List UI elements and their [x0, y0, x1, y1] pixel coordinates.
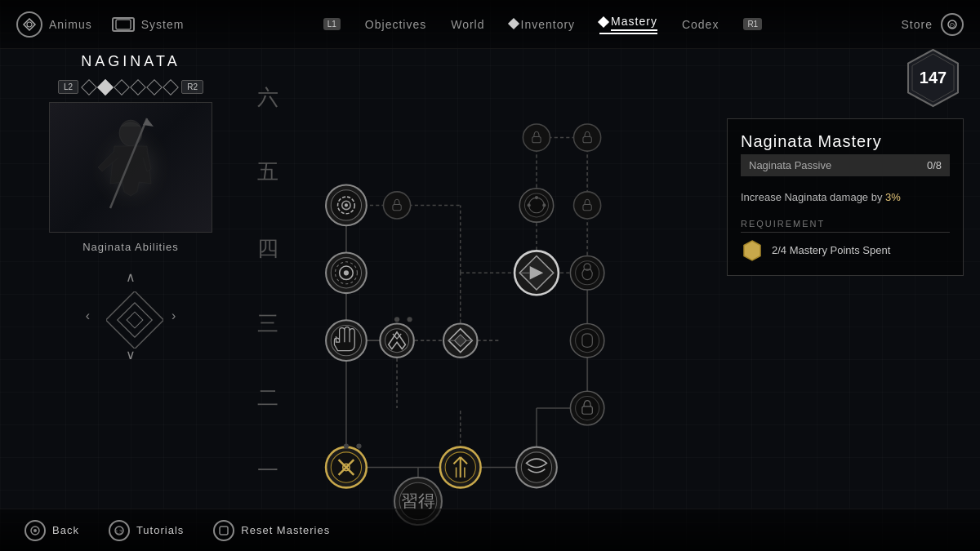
svg-point-95	[574, 192, 601, 219]
svg-point-58	[576, 397, 599, 420]
rank-diamond-4	[130, 79, 146, 96]
svg-rect-11	[127, 312, 143, 328]
tier4-node-2[interactable]	[514, 251, 559, 295]
nav-arrows: ∧ ‹ › ∨	[16, 269, 245, 362]
system-icon	[112, 17, 135, 32]
svg-rect-112	[220, 527, 228, 535]
svg-point-92	[535, 196, 538, 199]
tier4-node-3[interactable]	[570, 256, 604, 290]
reset-button[interactable]: Reset Masteries	[213, 520, 330, 541]
weapon-portrait	[49, 102, 212, 233]
tier5-node-3[interactable]	[519, 189, 553, 222]
r2-button[interactable]: R2	[181, 80, 203, 94]
svg-text:⊙: ⊙	[949, 21, 956, 29]
requirement-row: 2/4 Mastery Points Spent	[741, 239, 950, 262]
weapon-rank-bar: L2 R2	[16, 80, 245, 94]
warrior-silhouette-svg	[65, 110, 196, 224]
skill-name: Naginata Mastery	[741, 132, 950, 151]
animus-nav-item[interactable]: Animus	[16, 11, 92, 38]
tutorials-label: Tutorials	[136, 524, 184, 536]
svg-point-70	[576, 329, 599, 353]
svg-text:習得: 習得	[401, 492, 435, 510]
svg-point-109	[33, 529, 37, 532]
nav-center-group: L1 Objectives World Inventory Mastery Co…	[323, 15, 762, 34]
nav-left-arrow[interactable]: ‹	[86, 309, 90, 323]
nav-right-group: Store ⊙	[902, 13, 964, 36]
codex-nav-item[interactable]: Codex	[682, 18, 719, 31]
bottom-bar: Back L3 Tutorials Reset Masteries	[0, 509, 980, 551]
tier3-node-3[interactable]	[443, 323, 477, 357]
mastery-points-badge: 147	[898, 53, 964, 102]
reset-label: Reset Masteries	[241, 524, 330, 536]
world-nav-item[interactable]: World	[451, 18, 484, 31]
svg-point-1	[27, 22, 32, 27]
tier1-node-2[interactable]	[440, 447, 481, 488]
l2-button[interactable]: L2	[58, 80, 78, 94]
tutorials-icon: L3	[109, 520, 130, 541]
tier5-node-1[interactable]	[326, 185, 367, 226]
requirement-title: REQUIREMENT	[741, 219, 950, 233]
mastery-nav-wrapper[interactable]: Mastery	[599, 15, 657, 34]
skill-tree-panel: 六 五 四 三 二 一	[253, 53, 702, 527]
svg-marker-107	[744, 241, 760, 260]
tier2-node-1[interactable]	[570, 391, 604, 424]
svg-point-97	[523, 124, 550, 151]
tier-label-2: 二	[257, 361, 278, 434]
tier3-node-1[interactable]	[326, 320, 367, 361]
svg-point-103	[408, 317, 412, 322]
svg-rect-10	[118, 303, 152, 337]
tier5-node-4[interactable]	[574, 192, 601, 219]
mastery-nav-item[interactable]: Mastery	[611, 15, 657, 31]
mastery-diamond-icon	[598, 16, 609, 27]
scroll-up-arrow[interactable]: ∧	[126, 269, 136, 285]
reset-icon	[213, 520, 234, 541]
nav-left-group: Animus System	[16, 11, 184, 38]
tier6-node-2[interactable]	[574, 124, 601, 151]
svg-point-93	[542, 203, 546, 207]
tier-labels: 六 五 四 三 二 一	[257, 61, 278, 506]
tier6-node-1[interactable]	[523, 124, 550, 151]
skill-tree-svg: 習得	[286, 53, 694, 527]
requirement-hex-icon	[741, 239, 764, 262]
skill-description: Increase Naginata damage by 3%	[741, 189, 950, 206]
tier1-node-1[interactable]	[326, 447, 367, 488]
top-navigation: Animus System L1 Objectives World Invent…	[0, 0, 980, 49]
skill-desc-text: Increase Naginata damage by	[741, 191, 885, 203]
inventory-nav-item[interactable]: Inventory	[521, 18, 576, 31]
skill-sub-value: 0/8	[927, 159, 942, 171]
scroll-down-arrow[interactable]: ∨	[126, 347, 136, 362]
nav-horizontal-row: ‹ ›	[86, 291, 176, 340]
tier-label-5: 五	[257, 133, 278, 211]
skill-info-box: Naginata Mastery Naginata Passive 0/8 In…	[727, 118, 964, 276]
objectives-nav-item[interactable]: Objectives	[365, 18, 426, 31]
tier3-node-2[interactable]	[380, 323, 413, 357]
rank-diamond-5	[146, 79, 163, 96]
nav-right-arrow[interactable]: ›	[172, 309, 176, 323]
rank-diamond-3	[114, 79, 130, 96]
tier3-node-4[interactable]	[570, 323, 604, 357]
tier1-node-3[interactable]	[516, 447, 557, 488]
svg-point-104	[394, 317, 399, 322]
tier5-node-2[interactable]	[384, 192, 411, 219]
svg-text:L3: L3	[116, 529, 122, 535]
skill-sub-label: Naginata Passive	[749, 159, 831, 171]
system-nav-item[interactable]: System	[112, 17, 185, 32]
tutorials-button[interactable]: L3 Tutorials	[109, 520, 184, 541]
svg-point-102	[356, 444, 361, 449]
svg-point-94	[528, 203, 531, 207]
svg-marker-0	[24, 19, 35, 30]
svg-point-87	[384, 192, 411, 219]
svg-rect-9	[106, 291, 163, 349]
rank-diamond-1	[81, 79, 97, 96]
back-button[interactable]: Back	[24, 520, 79, 541]
right-panel: 147 Naginata Mastery Naginata Passive 0/…	[727, 53, 964, 276]
svg-point-101	[344, 444, 349, 449]
inventory-diamond-icon	[507, 17, 519, 29]
rank-diamond-2	[97, 79, 114, 96]
tier4-node-1[interactable]	[326, 252, 367, 293]
tier-label-4: 四	[257, 211, 278, 286]
svg-point-86	[345, 203, 348, 207]
inventory-nav-wrapper[interactable]: Inventory	[510, 18, 576, 31]
tier-label-3: 三	[257, 286, 278, 361]
store-nav-item[interactable]: Store	[902, 18, 933, 31]
